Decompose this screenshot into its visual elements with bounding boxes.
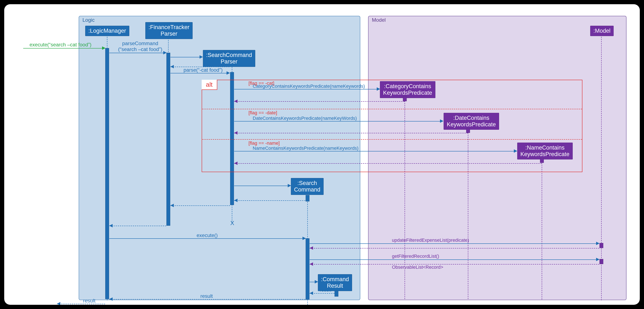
arrowhead-create-sc [288,184,291,187]
participant-model: :Model [590,26,614,36]
arrowhead-parse-command [163,51,167,54]
arrowhead-ftp-return [109,224,113,227]
label-obs-list: ObservableList<Record> [392,264,443,270]
label-execute: execute() [196,232,218,238]
arrow-result-mid [109,299,306,300]
lifeline-name-predicate [542,158,542,300]
arrowhead-get-list [596,258,600,261]
label-name-pred: NameContainsKeywordsPredicate(nameKeywor… [253,146,358,151]
participant-text: :Search [298,180,317,186]
alt-fragment [202,80,582,172]
participant-text: :Command [321,276,349,282]
arrow-name-return [234,163,542,164]
alt-divider-2 [202,139,582,140]
arrow-ftp-return [109,226,166,226]
arrowhead-execute [302,237,306,240]
participant-text: :SearchCommand [206,52,252,58]
label-get-list: getFilteredRecordList() [392,254,439,259]
arrowhead-date-return [234,131,238,134]
activation-search-command-create [306,195,310,202]
participant-text: Command [294,186,320,193]
arrowhead-cat-pred [377,87,380,91]
label-parse-arg: parse(“-cat food”) [184,67,222,73]
arrow-cat-return [234,101,404,102]
label-execute-in: execute(“search –cat food”) [30,42,91,48]
guard-date: [flag == -date] [248,110,277,116]
arrow-name-pred [234,151,517,152]
arrow-scp-return [170,206,230,206]
arrowhead-update-return [310,246,313,250]
arrowhead-result-out [57,302,60,305]
arrowhead-scp-return [170,204,174,207]
arrow-cat-pred [234,89,380,90]
arrow-date-pred [234,121,443,122]
arrowhead-create-scp-return [170,65,174,68]
arrowhead-create-sc-return [234,199,238,202]
participant-text: :FinanceTracker [148,24,190,30]
arrow-update-return [310,248,599,248]
arrowhead-cr-return [310,292,313,295]
activation-logic-manager [105,48,109,299]
arrow-get-list [310,260,599,260]
label-line: (“search –cat food”) [118,46,162,52]
arrowhead-create-scp [200,55,203,59]
activation-model-1 [600,243,603,248]
arrow-create-sc-return [234,200,306,201]
arrowhead-obs-return [310,262,313,266]
arrow-create-scp [170,57,202,57]
arrow-cr-return [310,293,334,294]
guard-name: [flag == -name] [248,140,280,146]
arrow-parse-arg [170,73,230,74]
arrow-create-sc [234,186,291,186]
label-line: parseCommand [122,40,158,46]
arrow-result-out [57,304,105,304]
arrowhead-name-pred [514,149,517,153]
label-result-out: result [83,298,96,304]
arrowhead-create-cr [315,280,318,284]
arrow-execute [109,238,306,239]
arrow-obs-return [310,264,599,264]
arrowhead-execute-in [102,46,106,50]
label-cat-pred: CategoryContainsKeywordsPredicate(nameKe… [253,84,365,89]
activation-finance-tracker-parser [166,53,170,226]
arrowhead-cat-return [234,100,238,103]
arrow-execute-in [23,48,105,48]
label-result-inner: result [320,287,331,293]
activation-search-command-execute [306,238,310,300]
label-parse-command: parseCommand (“search –cat food”) [118,40,162,52]
destroy-x-scp: X [230,220,234,226]
activation-command-result [334,291,338,296]
arrow-parse-command [109,53,166,53]
participant-search-command: :Search Command [291,178,324,195]
participant-search-command-parser: :SearchCommand Parser [203,50,255,67]
arrowhead-parse-arg [226,71,230,75]
activation-model-2 [600,259,603,264]
arrowhead-name-return [234,162,238,165]
alt-label: alt [202,80,217,90]
logic-group-label: Logic [82,17,94,23]
label-date-pred: DateContainsKeywordsPredicate(nameKeyWor… [253,116,357,121]
arrow-update-list [310,244,599,244]
participant-finance-tracker-parser: :FinanceTracker Parser [145,22,192,39]
participant-text: Parser [221,58,238,65]
canvas: Logic Model :LogicManager :FinanceTracke… [4,4,640,305]
alt-divider-1 [202,109,582,109]
label-update-list: updateFilteredExpenseList(predicate) [392,238,469,243]
arrowhead-result-mid [109,298,113,301]
arrowhead-date-pred [440,120,444,123]
model-group-label: Model [372,17,386,23]
arrow-date-return [234,133,468,133]
label-result-mid: result [200,293,213,299]
participant-text: Parser [160,30,178,37]
arrowhead-update-list [596,242,600,245]
